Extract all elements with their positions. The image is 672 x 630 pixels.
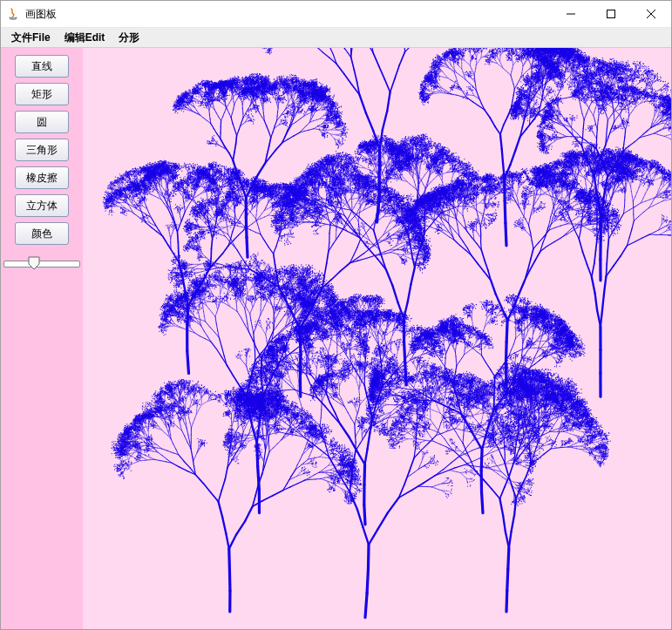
tool-eraser-button[interactable]: 橡皮擦 <box>15 166 69 189</box>
window-title: 画图板 <box>25 7 57 22</box>
titlebar[interactable]: 画图板 <box>1 1 671 28</box>
client-area: 直线 矩形 圆 三角形 橡皮擦 立方体 颜色 <box>1 48 671 629</box>
close-button[interactable] <box>631 1 671 27</box>
tool-rect-button[interactable]: 矩形 <box>15 83 69 105</box>
minimize-button[interactable] <box>551 1 591 27</box>
drawing-canvas[interactable] <box>83 48 671 629</box>
menu-edit[interactable]: 编辑Edit <box>58 29 112 47</box>
tool-sidebar: 直线 矩形 圆 三角形 橡皮擦 立方体 颜色 <box>1 48 83 629</box>
maximize-button[interactable] <box>591 1 631 27</box>
menu-file[interactable]: 文件File <box>4 29 58 47</box>
drawing-canvas-area[interactable] <box>83 48 671 629</box>
slider-thumb-icon[interactable] <box>28 256 40 270</box>
tool-line-button[interactable]: 直线 <box>15 55 69 78</box>
menu-fractal[interactable]: 分形 <box>112 29 146 47</box>
window-controls <box>551 1 671 27</box>
java-app-icon <box>6 7 20 21</box>
stroke-width-slider[interactable] <box>1 254 83 274</box>
svg-rect-1 <box>608 10 615 18</box>
app-window: 画图板 文件File 编辑Edit 分形 直线 矩形 圆 三角形 橡皮擦 立方体… <box>0 0 672 630</box>
tool-color-button[interactable]: 颜色 <box>15 222 69 245</box>
menubar: 文件File 编辑Edit 分形 <box>1 28 671 48</box>
tool-triangle-button[interactable]: 三角形 <box>15 139 69 161</box>
tool-cube-button[interactable]: 立方体 <box>15 194 69 217</box>
tool-circle-button[interactable]: 圆 <box>15 111 69 133</box>
slider-track[interactable] <box>3 261 80 268</box>
